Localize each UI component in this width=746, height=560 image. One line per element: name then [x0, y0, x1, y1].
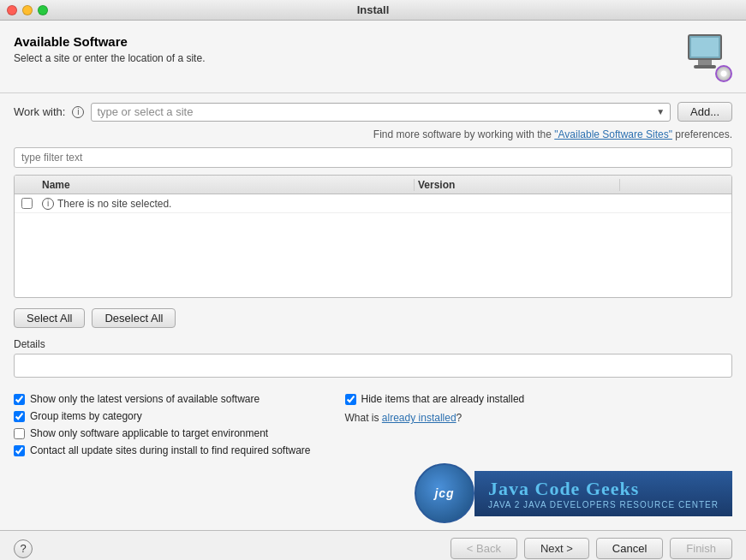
footer-left: ? [14, 539, 33, 558]
dialog: Available Software Select a site or ente… [0, 21, 746, 560]
show-latest-label: Show only the latest versions of availab… [30, 393, 260, 405]
logo-container: jcg Java Code Geeks Java 2 Java Develope… [415, 463, 732, 523]
info-icon: i [72, 106, 84, 118]
logo-section: jcg Java Code Geeks Java 2 Java Develope… [0, 460, 746, 530]
select-buttons: Select All Deselect All [14, 308, 732, 328]
site-dropdown[interactable]: type or select a site ▼ [91, 103, 671, 122]
logo-main-text: Java Code Geeks [488, 478, 719, 500]
work-with-label: Work with: [14, 105, 65, 118]
show-applicable-label: Show only software applicable to target … [30, 427, 268, 439]
monitor-icon [688, 34, 722, 60]
details-section: Details [14, 338, 732, 378]
row-checkbox[interactable] [21, 198, 33, 209]
contact-update-sites-row: Contact all update sites during install … [14, 444, 311, 456]
software-table: Name Version i There is no site selected… [14, 175, 732, 298]
filter-input[interactable] [14, 147, 732, 168]
logo-circle-text: jcg [434, 486, 454, 500]
already-installed-row: What is already installed? [345, 412, 525, 424]
title-bar: Install [0, 0, 746, 21]
show-latest-checkbox[interactable] [14, 394, 25, 405]
deselect-all-button[interactable]: Deselect All [92, 308, 176, 328]
cancel-button[interactable]: Cancel [596, 538, 663, 559]
hide-installed-label: Hide items that are already installed [361, 393, 525, 405]
back-button[interactable]: < Back [451, 538, 517, 559]
already-installed-link[interactable]: already installed [382, 412, 457, 424]
page-subtitle: Select a site or enter the location of a… [14, 52, 205, 64]
th-name: Name [39, 179, 415, 191]
what-is-suffix: ? [457, 412, 463, 424]
show-latest-row: Show only the latest versions of availab… [14, 393, 311, 405]
info-row-icon: i [42, 198, 54, 210]
content-area: Work with: i type or select a site ▼ Add… [0, 93, 746, 386]
table-header: Name Version [15, 176, 731, 194]
group-by-category-row: Group items by category [14, 410, 311, 422]
hide-installed-checkbox[interactable] [345, 394, 356, 405]
header-icon [684, 34, 732, 82]
software-sites-suffix: preferences. [672, 128, 732, 140]
group-by-category-label: Group items by category [30, 410, 142, 422]
row-checkbox-cell [15, 198, 39, 209]
options-col-right: Hide items that are already installed Wh… [345, 393, 525, 456]
details-box [14, 354, 732, 378]
traffic-lights [7, 5, 48, 15]
software-sites-link[interactable]: "Available Software Sites" [554, 128, 672, 140]
table-body: i There is no site selected. [15, 194, 731, 297]
close-button[interactable] [7, 5, 17, 15]
options-row: Show only the latest versions of availab… [14, 393, 732, 456]
cd-icon [715, 65, 732, 82]
maximize-button[interactable] [38, 5, 48, 15]
add-button[interactable]: Add... [677, 102, 732, 122]
software-sites-line: Find more software by working with the "… [14, 128, 732, 140]
work-with-row: Work with: i type or select a site ▼ Add… [14, 102, 732, 122]
logo-circle: jcg [415, 463, 474, 523]
page-title: Available Software [14, 34, 205, 49]
show-applicable-row: Show only software applicable to target … [14, 427, 311, 439]
software-sites-text: Find more software by working with the [373, 128, 554, 140]
options-col-left: Show only the latest versions of availab… [14, 393, 311, 456]
window-title: Install [357, 3, 390, 16]
group-by-category-checkbox[interactable] [14, 411, 25, 422]
header-text: Available Software Select a site or ente… [14, 34, 205, 64]
table-row: i There is no site selected. [15, 194, 731, 213]
row-name-cell: i There is no site selected. [39, 196, 731, 211]
contact-update-sites-label: Contact all update sites during install … [30, 444, 311, 456]
site-dropdown-placeholder: type or select a site [97, 105, 193, 118]
show-applicable-checkbox[interactable] [14, 428, 25, 439]
monitor-screen [691, 38, 719, 57]
help-button[interactable]: ? [14, 539, 33, 558]
details-label: Details [14, 338, 732, 350]
select-all-button[interactable]: Select All [14, 308, 85, 328]
hide-installed-row: Hide items that are already installed [345, 393, 525, 405]
options-section: Show only the latest versions of availab… [0, 386, 746, 460]
th-version: Version [415, 179, 620, 191]
logo-text-block: Java Code Geeks Java 2 Java Developers R… [474, 471, 732, 516]
minimize-button[interactable] [22, 5, 33, 15]
no-site-message: There is no site selected. [57, 198, 171, 210]
logo-sub-text: Java 2 Java Developers Resource Center [488, 500, 719, 509]
finish-button[interactable]: Finish [670, 538, 732, 559]
contact-update-sites-checkbox[interactable] [14, 445, 25, 456]
what-is-text: What is [345, 412, 382, 424]
chevron-down-icon: ▼ [656, 107, 665, 116]
next-button[interactable]: Next > [524, 538, 589, 559]
header-section: Available Software Select a site or ente… [0, 21, 746, 93]
monitor-base [694, 65, 716, 69]
footer-right: < Back Next > Cancel Finish [451, 538, 732, 559]
footer: ? < Back Next > Cancel Finish [0, 530, 746, 560]
